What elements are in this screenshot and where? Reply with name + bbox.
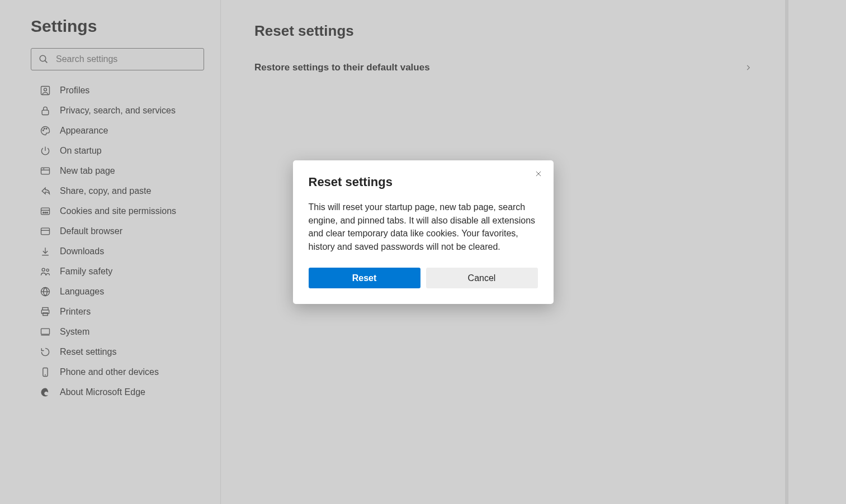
reset-button[interactable]: Reset — [309, 268, 420, 288]
modal-overlay: Reset settings This will reset your star… — [0, 0, 846, 504]
reset-modal: Reset settings This will reset your star… — [293, 160, 554, 304]
modal-title: Reset settings — [309, 175, 538, 189]
cancel-button[interactable]: Cancel — [426, 268, 538, 288]
modal-buttons: Reset Cancel — [309, 268, 538, 288]
close-button[interactable] — [532, 168, 545, 180]
modal-body: This will reset your startup page, new t… — [309, 201, 538, 253]
close-icon — [535, 170, 542, 179]
